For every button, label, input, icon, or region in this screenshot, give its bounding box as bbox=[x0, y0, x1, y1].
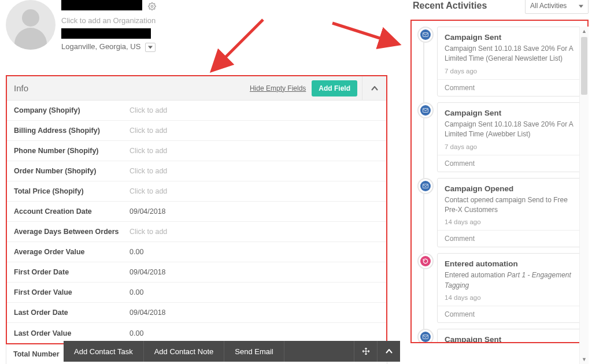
mail-icon bbox=[417, 329, 434, 343]
send-email-button[interactable]: Send Email bbox=[224, 341, 284, 362]
gear-icon[interactable] bbox=[148, 2, 156, 12]
info-panel-title: Info bbox=[14, 83, 250, 93]
info-row: Total Price (Shopify)Click to add bbox=[7, 181, 386, 202]
activity-title: Campaign Sent bbox=[445, 109, 578, 117]
field-label: Average Days Between Orders bbox=[14, 228, 130, 236]
comment-link[interactable]: Comment bbox=[438, 306, 584, 322]
info-row: Last Order Date09/04/2018 bbox=[7, 303, 386, 323]
activity-timestamp: 14 days ago bbox=[445, 218, 578, 225]
activity-description: Campaign Sent 10.10.18 Save 20% For A Li… bbox=[445, 44, 578, 64]
activity-item: Campaign SentCampaign Sent 10.10.18 Save… bbox=[414, 27, 585, 96]
location-dropdown[interactable] bbox=[145, 43, 156, 52]
field-value: 0.00 bbox=[130, 248, 143, 256]
add-contact-task-button[interactable]: Add Contact Task bbox=[64, 341, 144, 362]
activity-item: Campaign OpenedContact opened campaign S… bbox=[414, 178, 585, 248]
activity-item: Campaign SentCampaign Sent 10.10.18 Save… bbox=[414, 102, 585, 172]
info-row: Order Number (Shopify)Click to add bbox=[7, 161, 386, 181]
activity-card: Entered automationEntered automation Par… bbox=[437, 253, 585, 323]
add-contact-note-button[interactable]: Add Contact Note bbox=[144, 341, 225, 362]
contact-name-redacted bbox=[61, 0, 142, 10]
activity-description: Contact opened campaign Send to Free Pre… bbox=[445, 195, 578, 216]
field-label: First Order Date bbox=[14, 268, 130, 276]
activity-card: Campaign OpenedContact opened campaign S… bbox=[437, 178, 585, 248]
move-icon[interactable] bbox=[354, 341, 377, 362]
field-value: 09/04/2018 bbox=[130, 309, 166, 317]
info-row: Billing Address (Shopify)Click to add bbox=[7, 121, 386, 141]
activity-card: Campaign SentCampaign Sent 10.10.18 Save… bbox=[437, 27, 585, 96]
collapse-panel-button[interactable] bbox=[362, 76, 386, 101]
field-label: Billing Address (Shopify) bbox=[14, 127, 130, 135]
activities-filter-dropdown[interactable]: All Activities bbox=[525, 0, 589, 14]
action-bar: Add Contact Task Add Contact Note Send E… bbox=[64, 341, 400, 362]
info-row: Phone Number (Shopify)Click to add bbox=[7, 141, 386, 161]
activity-title: Entered automation bbox=[445, 259, 578, 268]
info-row: Account Creation Date09/04/2018 bbox=[7, 202, 386, 222]
info-row: First Order Date09/04/2018 bbox=[7, 262, 386, 283]
comment-link[interactable]: Comment bbox=[438, 79, 584, 96]
activity-timestamp: 14 days ago bbox=[445, 294, 578, 301]
field-label: Last Order Value bbox=[14, 329, 130, 337]
comment-link[interactable]: Comment bbox=[438, 230, 584, 247]
activity-description: Campaign Sent 10.10.18 Save 20% For A Li… bbox=[445, 120, 578, 140]
caret-down-icon bbox=[579, 3, 583, 9]
activities-timeline: Campaign SentCampaign Sent 10.10.18 Save… bbox=[410, 20, 589, 343]
field-value: 0.00 bbox=[130, 329, 143, 337]
field-placeholder[interactable]: Click to add bbox=[130, 127, 167, 135]
field-placeholder[interactable]: Click to add bbox=[130, 187, 167, 195]
field-label: Phone Number (Shopify) bbox=[14, 147, 130, 155]
field-label: Total Price (Shopify) bbox=[14, 187, 130, 195]
activity-title: Campaign Opened bbox=[445, 184, 578, 193]
activity-timestamp: 7 days ago bbox=[445, 68, 578, 75]
contact-email-redacted bbox=[61, 28, 151, 39]
mail-icon bbox=[417, 102, 434, 118]
field-placeholder[interactable]: Click to add bbox=[130, 106, 167, 114]
svg-rect-3 bbox=[423, 184, 428, 188]
add-organization[interactable]: Click to add an Organization bbox=[61, 16, 156, 25]
svg-point-0 bbox=[151, 5, 153, 8]
contact-location: Loganville, Georgia, US bbox=[61, 42, 140, 51]
scroll-down-icon[interactable]: ▼ bbox=[580, 355, 589, 364]
field-value: 09/04/2018 bbox=[130, 268, 166, 276]
info-row: First Order Value0.00 bbox=[7, 283, 386, 303]
field-placeholder[interactable]: Click to add bbox=[130, 228, 167, 236]
scroll-thumb[interactable] bbox=[581, 37, 587, 95]
field-label: Average Order Value bbox=[14, 248, 130, 256]
scrollbar[interactable]: ▲ ▼ bbox=[579, 27, 589, 364]
field-label: Last Order Date bbox=[14, 309, 130, 317]
svg-rect-1 bbox=[423, 33, 428, 37]
activity-timestamp: 7 days ago bbox=[445, 143, 578, 150]
activity-title: Campaign Sent bbox=[445, 33, 578, 42]
collapse-action-bar-button[interactable] bbox=[377, 341, 400, 362]
add-field-button[interactable]: Add Field bbox=[312, 80, 357, 96]
activity-card: Campaign Sent bbox=[437, 329, 585, 343]
info-row: Average Days Between OrdersClick to add bbox=[7, 222, 386, 242]
field-label: Company (Shopify) bbox=[14, 106, 130, 114]
svg-rect-4 bbox=[423, 335, 428, 339]
mail-icon bbox=[417, 27, 434, 43]
info-row: Average Order Value0.00 bbox=[7, 242, 386, 262]
info-row: Company (Shopify)Click to add bbox=[7, 101, 386, 121]
svg-rect-2 bbox=[423, 108, 428, 112]
scroll-up-icon[interactable]: ▲ bbox=[580, 27, 589, 36]
recent-activities-title: Recent Activities bbox=[413, 1, 525, 11]
info-row: Last Order Value0.00 bbox=[7, 323, 386, 343]
activity-description: Entered automation Part 1 - Engagement T… bbox=[445, 270, 578, 291]
activity-item: Campaign Sent bbox=[414, 329, 585, 343]
comment-link[interactable]: Comment bbox=[438, 155, 584, 172]
field-value: 09/04/2018 bbox=[130, 207, 166, 216]
field-label: First Order Value bbox=[14, 288, 130, 296]
field-placeholder[interactable]: Click to add bbox=[130, 167, 167, 175]
field-value: 0.00 bbox=[130, 288, 143, 296]
activities-filter-label: All Activities bbox=[530, 2, 567, 10]
info-panel: Info Hide Empty Fields Add Field Company… bbox=[6, 75, 387, 344]
activity-item: Entered automationEntered automation Par… bbox=[414, 253, 585, 323]
field-label: Order Number (Shopify) bbox=[14, 167, 130, 175]
field-label: Account Creation Date bbox=[14, 207, 130, 216]
activity-card: Campaign SentCampaign Sent 10.10.18 Save… bbox=[437, 102, 585, 172]
hide-empty-fields-link[interactable]: Hide Empty Fields bbox=[250, 84, 306, 92]
activity-title: Campaign Sent bbox=[445, 335, 578, 343]
automation-icon bbox=[417, 253, 434, 269]
avatar[interactable] bbox=[6, 0, 56, 50]
mail-icon bbox=[417, 178, 434, 194]
field-placeholder[interactable]: Click to add bbox=[130, 147, 167, 155]
